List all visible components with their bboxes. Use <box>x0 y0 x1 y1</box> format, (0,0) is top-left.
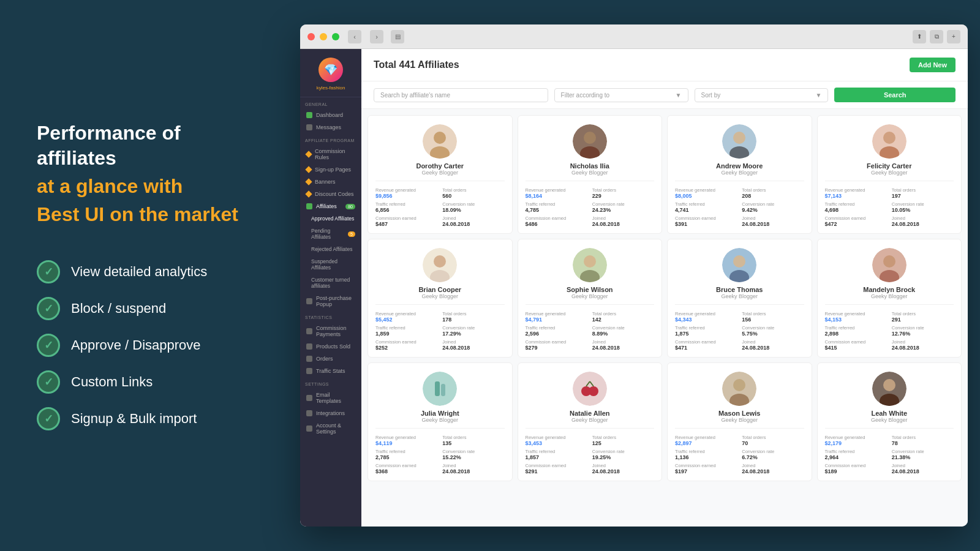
sidebar-item-banners[interactable]: Banners <box>300 176 361 188</box>
search-input[interactable]: Search by affiliate's name <box>374 88 548 102</box>
stat-conversion: Conversion rate 5.75% <box>742 325 804 337</box>
svg-point-10 <box>883 132 895 144</box>
affiliate-role: Geeky Blogger <box>571 170 608 176</box>
stat-commission: Commission earned $472 <box>825 216 887 227</box>
sidebar-item-post-purchase[interactable]: Post-purchase Popup <box>300 292 361 310</box>
stat-traffic: Traffic referred 4,698 <box>825 201 887 213</box>
svg-point-16 <box>584 255 596 268</box>
sidebar-item-orders[interactable]: Orders <box>300 353 361 365</box>
filter-select[interactable]: Filter according to ▼ <box>554 88 688 102</box>
sidebar-item-signup-pages[interactable]: Sign-up Pages <box>300 163 361 176</box>
card-stats: Revenue generated $3,453 Total orders 12… <box>526 435 655 474</box>
sidebar-label-pending: Pending Affiliates <box>311 228 344 240</box>
affiliate-role: Geeky Blogger <box>721 293 758 299</box>
sidebar-item-customer-turned[interactable]: Customer turned affiliates <box>300 274 361 292</box>
affiliate-name: Felicity Carter <box>867 162 911 170</box>
affiliates-grid: Dorothy Carter Geeky Blogger Revenue gen… <box>361 109 968 487</box>
stat-commission: Commission earned $279 <box>526 339 587 351</box>
pending-badge: 5 <box>348 231 355 237</box>
affiliate-card[interactable]: Julia Wright Geeky Blogger Revenue gener… <box>368 362 513 481</box>
traffic-light-red[interactable] <box>307 33 315 40</box>
affiliate-card[interactable]: Mandelyn Brock Geeky Blogger Revenue gen… <box>817 239 962 358</box>
left-panel: Performance of affiliates at a glance wi… <box>0 0 300 551</box>
affiliate-role: Geeky Blogger <box>421 293 458 299</box>
avatar <box>722 248 756 282</box>
duplicate-button[interactable]: ⧉ <box>930 30 943 43</box>
sidebar-item-commission-rules[interactable]: Commission Rules <box>300 145 361 163</box>
banners-icon <box>305 178 312 185</box>
feature-text-4: Signup & Bulk import <box>71 411 197 427</box>
sidebar-item-suspended[interactable]: Suspended Affiliates <box>300 255 361 274</box>
sidebar-item-integrations[interactable]: Integrations <box>300 407 361 419</box>
sidebar-item-traffic-stats[interactable]: Traffic Stats <box>300 365 361 377</box>
post-purchase-icon <box>306 298 312 304</box>
card-stats: Revenue generated $4,343 Total orders 15… <box>675 311 804 351</box>
nav-back-button[interactable]: ‹ <box>348 30 361 43</box>
browser-window: ‹ › ▤ ⬆ ⧉ + 💎 kyles-fashion GENERAL Dash… <box>300 24 968 527</box>
affiliate-card[interactable]: Leah White Geeky Blogger Revenue generat… <box>817 362 962 481</box>
stat-orders: Total orders 208 <box>742 187 804 199</box>
sidebar-item-rejected[interactable]: Rejected Affiliates <box>300 243 361 255</box>
stat-joined: Joined 24.08.2018 <box>742 463 804 474</box>
svg-point-36 <box>883 379 895 391</box>
section-label-statistics: STATISTICS <box>300 310 361 322</box>
feature-text-2: Approve / Disapprove <box>71 337 201 353</box>
avatar <box>722 372 756 406</box>
sidebar-item-email-templates[interactable]: Email Templates <box>300 389 361 407</box>
svg-rect-26 <box>441 384 445 396</box>
sidebar-item-affiliates[interactable]: Affiliates 80 <box>300 200 361 212</box>
stat-conversion: Conversion rate 6.72% <box>742 449 804 460</box>
svg-point-19 <box>733 255 745 268</box>
affiliate-name: Nicholas Ilia <box>570 162 609 170</box>
affiliate-card[interactable]: Felicity Carter Geeky Blogger Revenue ge… <box>817 115 962 234</box>
search-button[interactable]: Search <box>834 88 956 102</box>
stat-conversion: Conversion rate 8.89% <box>592 325 654 337</box>
affiliate-card[interactable]: Andrew Moore Geeky Blogger Revenue gener… <box>667 115 812 234</box>
card-top: Brian Cooper Geeky Blogger <box>375 248 505 305</box>
nav-forward-button[interactable]: › <box>370 30 383 43</box>
affiliate-card[interactable]: Mason Lewis Geeky Blogger Revenue genera… <box>667 362 812 481</box>
stat-joined: Joined 24.08.2018 <box>442 216 504 227</box>
stat-traffic: Traffic referred 1,857 <box>526 449 587 460</box>
sidebar-item-dashboard[interactable]: Dashboard <box>300 109 361 121</box>
affiliate-role: Geeky Blogger <box>871 293 908 299</box>
affiliate-card[interactable]: Bruce Thomas Geeky Blogger Revenue gener… <box>667 239 812 358</box>
feature-text-1: Block / suspend <box>71 301 166 317</box>
view-mode-button[interactable]: ▤ <box>391 30 404 43</box>
stat-commission: Commission earned $252 <box>375 339 437 351</box>
commission-payments-icon <box>306 328 312 334</box>
sidebar-label-banners: Banners <box>315 179 336 185</box>
sidebar-label-orders: Orders <box>316 356 333 362</box>
stat-orders: Total orders 229 <box>592 187 654 199</box>
sidebar-item-discount-codes[interactable]: Discount Codes <box>300 188 361 200</box>
card-stats: Revenue generated $5,452 Total orders 17… <box>375 311 505 351</box>
share-button[interactable]: ⬆ <box>913 30 926 43</box>
affiliate-card[interactable]: Natalie Allen Geeky Blogger Revenue gene… <box>518 362 663 481</box>
affiliate-card[interactable]: Dorothy Carter Geeky Blogger Revenue gen… <box>368 115 513 234</box>
sidebar-label-suspended: Suspended Affiliates <box>311 258 355 271</box>
stat-orders: Total orders 125 <box>592 435 654 446</box>
sort-select[interactable]: Sort by ▼ <box>695 88 829 102</box>
affiliate-role: Geeky Blogger <box>871 170 908 176</box>
stat-conversion: Conversion rate 9.42% <box>742 201 804 213</box>
sidebar-item-messages[interactable]: Messages <box>300 121 361 133</box>
affiliate-card[interactable]: Brian Cooper Geeky Blogger Revenue gener… <box>368 239 513 358</box>
affiliate-card[interactable]: Nicholas Ilia Geeky Blogger Revenue gene… <box>518 115 663 234</box>
stat-traffic: Traffic referred 4,785 <box>526 201 587 213</box>
stat-revenue: Revenue generated $7,143 <box>825 187 887 199</box>
browser-actions: ⬆ ⧉ + <box>913 30 960 43</box>
sidebar-item-pending[interactable]: Pending Affiliates 5 <box>300 225 361 243</box>
affiliate-card[interactable]: Sophie Wilson Geeky Blogger Revenue gene… <box>518 239 663 358</box>
traffic-light-green[interactable] <box>332 33 339 40</box>
stat-commission: Commission earned $391 <box>675 216 737 227</box>
sidebar-item-account-settings[interactable]: Account & Settings <box>300 419 361 438</box>
sidebar-item-approved[interactable]: Approved Affiliates <box>300 212 361 225</box>
add-new-button[interactable]: Add New <box>910 58 956 72</box>
card-top: Julia Wright Geeky Blogger <box>375 372 505 429</box>
affiliate-role: Geeky Blogger <box>571 417 608 423</box>
traffic-light-yellow[interactable] <box>320 33 327 40</box>
sidebar-item-commission-payments[interactable]: Commission Payments <box>300 322 361 340</box>
sidebar-item-products-sold[interactable]: Products Sold <box>300 340 361 353</box>
avatar <box>423 372 457 406</box>
extend-button[interactable]: + <box>947 30 960 43</box>
